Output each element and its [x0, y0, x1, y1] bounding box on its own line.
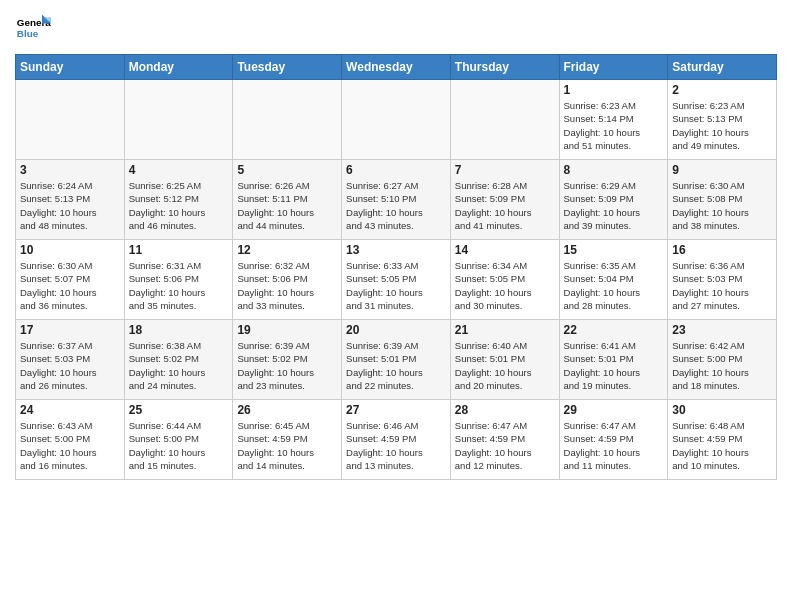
calendar-cell: 2Sunrise: 6:23 AM Sunset: 5:13 PM Daylig… [668, 80, 777, 160]
day-number: 5 [237, 163, 337, 177]
calendar-cell: 5Sunrise: 6:26 AM Sunset: 5:11 PM Daylig… [233, 160, 342, 240]
calendar-cell: 11Sunrise: 6:31 AM Sunset: 5:06 PM Dayli… [124, 240, 233, 320]
day-number: 18 [129, 323, 229, 337]
day-number: 27 [346, 403, 446, 417]
calendar-cell: 16Sunrise: 6:36 AM Sunset: 5:03 PM Dayli… [668, 240, 777, 320]
calendar-cell: 28Sunrise: 6:47 AM Sunset: 4:59 PM Dayli… [450, 400, 559, 480]
calendar-page: General Blue SundayMondayTuesdayWednesda… [0, 0, 792, 490]
day-info: Sunrise: 6:23 AM Sunset: 5:13 PM Dayligh… [672, 99, 772, 152]
calendar-week-row: 3Sunrise: 6:24 AM Sunset: 5:13 PM Daylig… [16, 160, 777, 240]
day-info: Sunrise: 6:29 AM Sunset: 5:09 PM Dayligh… [564, 179, 664, 232]
day-number: 19 [237, 323, 337, 337]
day-info: Sunrise: 6:36 AM Sunset: 5:03 PM Dayligh… [672, 259, 772, 312]
weekday-header-friday: Friday [559, 55, 668, 80]
day-number: 15 [564, 243, 664, 257]
day-info: Sunrise: 6:33 AM Sunset: 5:05 PM Dayligh… [346, 259, 446, 312]
day-number: 12 [237, 243, 337, 257]
page-header: General Blue [15, 10, 777, 46]
day-info: Sunrise: 6:47 AM Sunset: 4:59 PM Dayligh… [564, 419, 664, 472]
day-number: 28 [455, 403, 555, 417]
calendar-cell: 10Sunrise: 6:30 AM Sunset: 5:07 PM Dayli… [16, 240, 125, 320]
day-info: Sunrise: 6:39 AM Sunset: 5:01 PM Dayligh… [346, 339, 446, 392]
calendar-cell: 17Sunrise: 6:37 AM Sunset: 5:03 PM Dayli… [16, 320, 125, 400]
weekday-header-saturday: Saturday [668, 55, 777, 80]
calendar-cell: 21Sunrise: 6:40 AM Sunset: 5:01 PM Dayli… [450, 320, 559, 400]
day-info: Sunrise: 6:24 AM Sunset: 5:13 PM Dayligh… [20, 179, 120, 232]
weekday-header-sunday: Sunday [16, 55, 125, 80]
calendar-cell: 25Sunrise: 6:44 AM Sunset: 5:00 PM Dayli… [124, 400, 233, 480]
day-info: Sunrise: 6:48 AM Sunset: 4:59 PM Dayligh… [672, 419, 772, 472]
calendar-cell: 13Sunrise: 6:33 AM Sunset: 5:05 PM Dayli… [342, 240, 451, 320]
calendar-cell [342, 80, 451, 160]
calendar-cell: 23Sunrise: 6:42 AM Sunset: 5:00 PM Dayli… [668, 320, 777, 400]
calendar-cell: 29Sunrise: 6:47 AM Sunset: 4:59 PM Dayli… [559, 400, 668, 480]
calendar-cell: 4Sunrise: 6:25 AM Sunset: 5:12 PM Daylig… [124, 160, 233, 240]
day-number: 3 [20, 163, 120, 177]
weekday-header-wednesday: Wednesday [342, 55, 451, 80]
day-info: Sunrise: 6:47 AM Sunset: 4:59 PM Dayligh… [455, 419, 555, 472]
weekday-header-monday: Monday [124, 55, 233, 80]
day-info: Sunrise: 6:34 AM Sunset: 5:05 PM Dayligh… [455, 259, 555, 312]
weekday-header-tuesday: Tuesday [233, 55, 342, 80]
day-number: 20 [346, 323, 446, 337]
day-info: Sunrise: 6:26 AM Sunset: 5:11 PM Dayligh… [237, 179, 337, 232]
day-number: 30 [672, 403, 772, 417]
calendar-cell: 20Sunrise: 6:39 AM Sunset: 5:01 PM Dayli… [342, 320, 451, 400]
day-number: 16 [672, 243, 772, 257]
calendar-week-row: 1Sunrise: 6:23 AM Sunset: 5:14 PM Daylig… [16, 80, 777, 160]
day-number: 14 [455, 243, 555, 257]
day-info: Sunrise: 6:23 AM Sunset: 5:14 PM Dayligh… [564, 99, 664, 152]
weekday-header-row: SundayMondayTuesdayWednesdayThursdayFrid… [16, 55, 777, 80]
calendar-week-row: 10Sunrise: 6:30 AM Sunset: 5:07 PM Dayli… [16, 240, 777, 320]
day-info: Sunrise: 6:27 AM Sunset: 5:10 PM Dayligh… [346, 179, 446, 232]
calendar-cell: 18Sunrise: 6:38 AM Sunset: 5:02 PM Dayli… [124, 320, 233, 400]
day-info: Sunrise: 6:37 AM Sunset: 5:03 PM Dayligh… [20, 339, 120, 392]
day-number: 13 [346, 243, 446, 257]
calendar-cell: 15Sunrise: 6:35 AM Sunset: 5:04 PM Dayli… [559, 240, 668, 320]
logo: General Blue [15, 10, 51, 46]
day-info: Sunrise: 6:31 AM Sunset: 5:06 PM Dayligh… [129, 259, 229, 312]
calendar-cell: 9Sunrise: 6:30 AM Sunset: 5:08 PM Daylig… [668, 160, 777, 240]
calendar-cell: 30Sunrise: 6:48 AM Sunset: 4:59 PM Dayli… [668, 400, 777, 480]
day-number: 9 [672, 163, 772, 177]
calendar-table: SundayMondayTuesdayWednesdayThursdayFrid… [15, 54, 777, 480]
day-info: Sunrise: 6:30 AM Sunset: 5:07 PM Dayligh… [20, 259, 120, 312]
day-number: 25 [129, 403, 229, 417]
day-info: Sunrise: 6:30 AM Sunset: 5:08 PM Dayligh… [672, 179, 772, 232]
calendar-cell: 12Sunrise: 6:32 AM Sunset: 5:06 PM Dayli… [233, 240, 342, 320]
calendar-cell: 22Sunrise: 6:41 AM Sunset: 5:01 PM Dayli… [559, 320, 668, 400]
day-info: Sunrise: 6:38 AM Sunset: 5:02 PM Dayligh… [129, 339, 229, 392]
day-info: Sunrise: 6:43 AM Sunset: 5:00 PM Dayligh… [20, 419, 120, 472]
day-info: Sunrise: 6:44 AM Sunset: 5:00 PM Dayligh… [129, 419, 229, 472]
day-info: Sunrise: 6:25 AM Sunset: 5:12 PM Dayligh… [129, 179, 229, 232]
day-info: Sunrise: 6:41 AM Sunset: 5:01 PM Dayligh… [564, 339, 664, 392]
day-info: Sunrise: 6:32 AM Sunset: 5:06 PM Dayligh… [237, 259, 337, 312]
calendar-cell: 27Sunrise: 6:46 AM Sunset: 4:59 PM Dayli… [342, 400, 451, 480]
calendar-cell [233, 80, 342, 160]
day-info: Sunrise: 6:35 AM Sunset: 5:04 PM Dayligh… [564, 259, 664, 312]
day-info: Sunrise: 6:42 AM Sunset: 5:00 PM Dayligh… [672, 339, 772, 392]
calendar-cell: 14Sunrise: 6:34 AM Sunset: 5:05 PM Dayli… [450, 240, 559, 320]
calendar-cell: 8Sunrise: 6:29 AM Sunset: 5:09 PM Daylig… [559, 160, 668, 240]
day-number: 23 [672, 323, 772, 337]
day-info: Sunrise: 6:39 AM Sunset: 5:02 PM Dayligh… [237, 339, 337, 392]
day-number: 29 [564, 403, 664, 417]
day-info: Sunrise: 6:28 AM Sunset: 5:09 PM Dayligh… [455, 179, 555, 232]
day-number: 10 [20, 243, 120, 257]
calendar-cell: 7Sunrise: 6:28 AM Sunset: 5:09 PM Daylig… [450, 160, 559, 240]
calendar-week-row: 17Sunrise: 6:37 AM Sunset: 5:03 PM Dayli… [16, 320, 777, 400]
day-number: 4 [129, 163, 229, 177]
calendar-cell [124, 80, 233, 160]
day-info: Sunrise: 6:40 AM Sunset: 5:01 PM Dayligh… [455, 339, 555, 392]
calendar-cell: 26Sunrise: 6:45 AM Sunset: 4:59 PM Dayli… [233, 400, 342, 480]
calendar-cell: 19Sunrise: 6:39 AM Sunset: 5:02 PM Dayli… [233, 320, 342, 400]
day-number: 1 [564, 83, 664, 97]
day-number: 7 [455, 163, 555, 177]
calendar-cell: 24Sunrise: 6:43 AM Sunset: 5:00 PM Dayli… [16, 400, 125, 480]
day-number: 22 [564, 323, 664, 337]
day-number: 8 [564, 163, 664, 177]
day-number: 17 [20, 323, 120, 337]
day-number: 24 [20, 403, 120, 417]
calendar-week-row: 24Sunrise: 6:43 AM Sunset: 5:00 PM Dayli… [16, 400, 777, 480]
calendar-cell: 1Sunrise: 6:23 AM Sunset: 5:14 PM Daylig… [559, 80, 668, 160]
